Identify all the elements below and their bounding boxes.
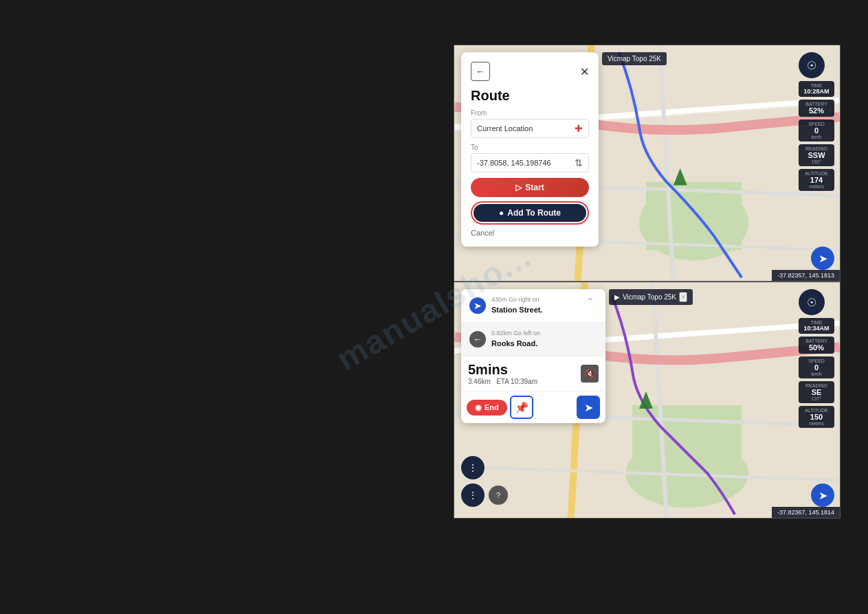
add-to-route-button[interactable]: ● Add To Route — [474, 204, 586, 222]
nav-arrow-1[interactable]: ➤ — [811, 247, 834, 270]
grid-button[interactable]: ⋮ — [461, 484, 485, 507]
battery-widget-1: BATTERY 52% — [799, 100, 834, 117]
navigate-icon: ➤ — [584, 401, 593, 414]
speed-widget-1: SPEED 0 km/h — [799, 120, 834, 141]
step-distance-1: 430m Go right on — [491, 296, 578, 303]
reading-value-2: SE — [801, 388, 832, 396]
compass-widget-1[interactable]: ☉ — [799, 52, 825, 78]
close-button[interactable]: ✕ — [580, 65, 589, 78]
map-icon-2: ▶ — [614, 293, 620, 301]
speed-unit-2: km/h — [801, 372, 832, 376]
altitude-label-2: ALTITUDE — [801, 408, 832, 413]
altitude-unit-2: meters — [801, 421, 832, 426]
reading-degrees-1: 192° — [801, 159, 832, 164]
panel-1: Vicmap Topo 25K ← ✕ Route From Current L… — [454, 45, 841, 282]
mute-button[interactable]: 🔇 — [581, 365, 599, 383]
reading-label-2: READING — [801, 383, 832, 388]
step-arrow-2: ← — [469, 331, 486, 348]
end-icon: ◉ — [475, 403, 482, 412]
route-dialog: ← ✕ Route From Current Location ✚ To -37… — [461, 52, 599, 247]
cancel-button[interactable]: Cancel — [471, 229, 494, 237]
nav-arrow-2[interactable]: ➤ — [811, 484, 834, 507]
start-label: Start — [525, 183, 544, 192]
step-distance-2: 0.82km Go left on — [491, 330, 597, 337]
eta-duration: 5mins — [468, 362, 508, 377]
eta-details: 3.46km ETA 10:39am — [468, 378, 537, 385]
time-value-2: 10:34AM — [801, 325, 832, 332]
battery-widget-2: BATTERY 50% — [799, 337, 834, 354]
time-widget-1: TIME 10:28AM — [799, 81, 834, 97]
eta-bar: 5mins 3.46km ETA 10:39am 🔇 — [461, 356, 605, 391]
battery-label-2: BATTERY — [801, 339, 832, 343]
altitude-value-1: 174 — [801, 176, 832, 184]
step-text-2: 0.82km Go left on Rooks Road. — [491, 330, 597, 349]
to-label: To — [471, 144, 589, 151]
altitude-unit-1: meters — [801, 184, 832, 189]
bottom-left-icons: ⋮ ⋮ ? — [461, 456, 508, 507]
altitude-widget-2: ALTITUDE 150 meters — [799, 406, 834, 428]
step-text-1: 430m Go right on Station Street. — [491, 296, 578, 315]
navigate-button[interactable]: ➤ — [577, 396, 600, 419]
swap-icon: ⇅ — [575, 157, 583, 168]
coord-bar-2: -37.82367, 145.1814 — [772, 507, 840, 518]
nav-step-1: ➤ 430m Go right on Station Street. ⌃ — [461, 289, 605, 323]
eta-info: 5mins 3.46km ETA 10:39am — [468, 362, 537, 385]
from-label: From — [471, 109, 589, 117]
reading-value-1: SSW — [801, 151, 832, 159]
pin-button[interactable]: 📌 — [510, 396, 533, 419]
speed-widget-2: SPEED 0 km/h — [799, 356, 834, 378]
step-arrow-1: ➤ — [469, 297, 486, 314]
cancel-row: Cancel — [471, 229, 589, 237]
help-button[interactable]: ? — [489, 486, 508, 505]
layers-button[interactable]: ⋮ — [461, 456, 485, 479]
from-value: Current Location — [477, 124, 533, 133]
step-street-2: Rooks Road. — [491, 339, 537, 348]
bottom-btn-row: ⋮ ? — [461, 484, 508, 507]
speed-label-2: SPEED — [801, 359, 832, 363]
start-button[interactable]: ▷ Start — [471, 178, 589, 197]
map-label-2: ▶ Vicmap Topo 25K ✕ — [609, 289, 693, 305]
action-buttons: ◉ End 📌 ➤ — [461, 391, 605, 423]
dialog-header: ← ✕ — [471, 62, 589, 81]
eta-top: 5mins 3.46km ETA 10:39am 🔇 — [468, 362, 599, 385]
end-label: End — [485, 403, 499, 411]
from-field[interactable]: Current Location ✚ — [471, 119, 589, 138]
reading-widget-2: READING SE 137° — [799, 381, 834, 403]
speed-unit-1: km/h — [801, 135, 832, 139]
map-widgets-right-1: ☉ TIME 10:28AM BATTERY 52% SPEED 0 km/h … — [799, 52, 834, 191]
map-label-1: Vicmap Topo 25K — [602, 52, 667, 65]
speed-label-1: SPEED — [801, 122, 832, 126]
battery-value-1: 52% — [801, 106, 832, 115]
add-route-icon: ● — [499, 208, 504, 218]
to-value: -37.8058, 145.198746 — [477, 159, 551, 167]
nav-step-2: ← 0.82km Go left on Rooks Road. — [461, 323, 605, 356]
reading-degrees-2: 137° — [801, 396, 832, 401]
pin-icon: 📌 — [515, 401, 528, 414]
speed-value-1: 0 — [801, 126, 832, 135]
step-street-1: Station Street. — [491, 306, 543, 314]
close-map-label-button[interactable]: ✕ — [679, 292, 687, 302]
nav-panel: ➤ 430m Go right on Station Street. ⌃ ← 0… — [461, 289, 605, 423]
to-field[interactable]: -37.8058, 145.198746 ⇅ — [471, 153, 589, 172]
battery-label-1: BATTERY — [801, 102, 832, 106]
time-label-1: TIME — [801, 83, 832, 88]
reading-label-1: READING — [801, 146, 832, 151]
altitude-value-2: 150 — [801, 413, 832, 421]
crosshair-icon: ✚ — [575, 123, 583, 134]
reading-widget-1: READING SSW 192° — [799, 144, 834, 166]
step-chevron-1[interactable]: ⌃ — [583, 296, 597, 307]
route-title: Route — [471, 88, 589, 104]
time-widget-2: TIME 10:34AM — [799, 318, 834, 334]
speed-value-2: 0 — [801, 363, 832, 372]
altitude-label-1: ALTITUDE — [801, 171, 832, 176]
compass-widget-2[interactable]: ☉ — [799, 289, 825, 315]
coord-bar-1: -37.82357, 145.1813 — [772, 270, 840, 281]
panel-2: ▶ Vicmap Topo 25K ✕ ➤ 430m Go right on S… — [454, 282, 841, 519]
battery-value-2: 50% — [801, 343, 832, 352]
map-widgets-right-2: ☉ TIME 10:34AM BATTERY 50% SPEED 0 km/h … — [799, 289, 834, 428]
start-icon: ▷ — [515, 183, 522, 192]
panels-container: Vicmap Topo 25K ← ✕ Route From Current L… — [454, 45, 841, 519]
end-button[interactable]: ◉ End — [467, 400, 507, 416]
altitude-widget-1: ALTITUDE 174 meters — [799, 169, 834, 191]
back-button[interactable]: ← — [471, 62, 490, 81]
